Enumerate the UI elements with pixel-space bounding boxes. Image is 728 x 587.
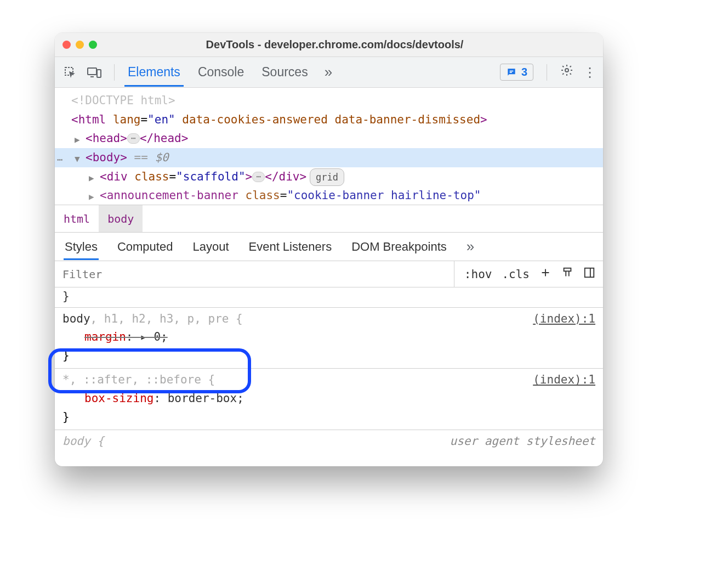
titlebar: DevTools - developer.chrome.com/docs/dev… [55,33,603,57]
cls-toggle[interactable]: .cls [502,268,530,281]
svg-rect-6 [564,268,571,272]
svg-point-5 [565,69,568,72]
toolbar-right: 3 ⋮ [500,64,595,81]
settings-icon[interactable] [560,64,573,81]
crumb-html[interactable]: html [55,205,99,232]
css-rule-ua[interactable]: user agent stylesheet body { [55,430,603,454]
filter-bar: :hov .cls [55,261,603,287]
rule-close: } [62,347,595,365]
panel-tabs: Elements Console Sources » [127,58,491,86]
collapse-icon[interactable]: ▼ [75,152,80,166]
expand-icon[interactable]: ▶ [89,190,94,204]
crumb-body[interactable]: body [99,205,143,232]
dom-tree[interactable]: <!DOCTYPE html> <html lang="en" data-coo… [55,88,603,205]
dom-head[interactable]: ▶<head>⋯</head> [55,129,603,148]
device-toggle-icon[interactable] [87,65,102,80]
devtools-window: DevTools - developer.chrome.com/docs/dev… [55,33,603,466]
kebab-menu-icon[interactable]: ⋮ [583,65,595,80]
subtab-event-listeners[interactable]: Event Listeners [249,234,332,259]
grid-badge[interactable]: grid [310,168,344,186]
overflow-icon[interactable]: ⋯ [57,151,62,168]
inspect-icon[interactable] [62,65,78,80]
subtab-computed[interactable]: Computed [117,234,173,259]
rule-source-ua: user agent stylesheet [450,432,595,451]
subtab-dom-breakpoints[interactable]: DOM Breakpoints [351,234,447,259]
expand-icon[interactable]: ▶ [75,133,80,147]
filter-input[interactable] [55,268,454,281]
subtab-styles[interactable]: Styles [65,234,98,259]
separator [547,64,547,81]
rule-close: } [62,408,595,427]
tab-console[interactable]: Console [197,58,245,86]
minimize-icon[interactable] [76,41,84,49]
dom-div-scaffold[interactable]: ▶<div class="scaffold">⋯</div>grid [55,167,603,187]
selector-line[interactable]: *, ::after, ::before { [62,371,595,390]
new-rule-icon[interactable] [539,267,551,281]
hov-toggle[interactable]: :hov [464,268,492,281]
dom-body-selected[interactable]: ⋯▼<body> == $0 [55,148,603,167]
tab-elements[interactable]: Elements [127,58,181,86]
subtab-layout[interactable]: Layout [192,234,229,259]
css-declaration[interactable]: margin: ▸ 0; [62,328,595,347]
css-declaration[interactable]: box-sizing: border-box; [62,390,595,408]
svg-rect-1 [88,68,96,75]
svg-rect-7 [585,268,594,278]
dom-announcement-banner[interactable]: ▶<announcement-banner class="cookie-bann… [55,186,603,205]
copy-styles-icon[interactable] [561,267,573,281]
ellipsis-icon[interactable]: ⋯ [127,133,140,144]
rule-fragment[interactable]: } [55,287,603,308]
breadcrumb: html body [55,205,603,233]
issues-count: 3 [521,66,527,78]
close-icon[interactable] [62,41,71,49]
svg-rect-3 [510,70,514,71]
svg-rect-4 [510,72,512,73]
tab-sources[interactable]: Sources [260,58,309,86]
rule-source-link[interactable]: (index):1 [533,371,595,390]
dom-doctype[interactable]: <!DOCTYPE html> [55,91,603,110]
issues-button[interactable]: 3 [500,64,533,81]
computed-toggle-icon[interactable] [583,267,595,281]
css-rule-universal[interactable]: (index):1 *, ::after, ::before { box-siz… [55,369,603,430]
window-title: DevTools - developer.chrome.com/docs/dev… [107,38,595,51]
more-subtabs-icon[interactable]: » [467,238,474,255]
more-tabs-icon[interactable]: » [325,64,332,81]
dom-html-open[interactable]: <html lang="en" data-cookies-answered da… [55,110,603,129]
filter-tools: :hov .cls [454,261,603,287]
zoom-icon[interactable] [89,41,97,49]
styles-subtabs: Styles Computed Layout Event Listeners D… [55,233,603,261]
main-toolbar: Elements Console Sources » 3 ⋮ [55,57,603,88]
styles-pane: } (index):1 body, h1, h2, h3, p, pre { m… [55,287,603,466]
selector-line[interactable]: body, h1, h2, h3, p, pre { [62,310,595,329]
css-rule-body[interactable]: (index):1 body, h1, h2, h3, p, pre { mar… [55,308,603,369]
separator [114,64,115,81]
traffic-lights [62,41,97,49]
expand-icon[interactable]: ▶ [89,171,94,185]
rule-source-link[interactable]: (index):1 [533,310,595,329]
svg-rect-2 [97,70,101,77]
ellipsis-icon[interactable]: ⋯ [252,172,265,182]
